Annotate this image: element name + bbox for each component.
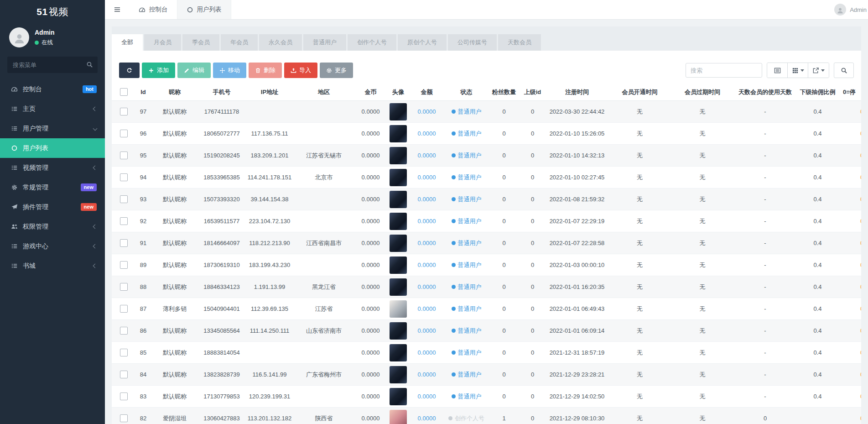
select-all-checkbox[interactable]: [120, 88, 128, 96]
filter-tab-原创个人号[interactable]: 原创个人号: [398, 34, 447, 51]
sidebar-item-插件管理[interactable]: 插件管理new: [0, 197, 105, 217]
cell-avatar: [388, 276, 409, 298]
filter-tab-公司传媒号[interactable]: 公司传媒号: [448, 34, 497, 51]
move-button-label: 移动: [228, 66, 240, 74]
cell-enabled: 0: [839, 320, 861, 342]
sidebar-item-视频管理[interactable]: 视频管理: [0, 158, 105, 178]
import-button[interactable]: 导入: [284, 63, 317, 78]
amount-link[interactable]: 0.0000: [418, 349, 436, 356]
cell-enabled: 0: [839, 254, 861, 276]
filter-tab-月会员[interactable]: 月会员: [144, 34, 181, 51]
columns-view-button[interactable]: [788, 63, 808, 78]
sidebar-item-书城[interactable]: 书城: [0, 256, 105, 276]
sidebar-item-控制台[interactable]: 控制台hot: [0, 79, 105, 99]
status-dot-icon: [452, 307, 456, 311]
cell-phone: 18065072777: [198, 123, 245, 145]
sidebar-item-常规管理[interactable]: 常规管理new: [0, 178, 105, 197]
sidebar-item-用户列表[interactable]: 用户列表: [0, 138, 105, 158]
user-avatar-image: [390, 344, 407, 361]
sidebar-item-主页[interactable]: 主页: [0, 99, 105, 119]
amount-link[interactable]: 0.0000: [418, 174, 436, 181]
amount-link[interactable]: 0.0000: [418, 327, 436, 334]
cell-vip-start: 无: [609, 123, 670, 145]
sidebar-item-权限管理[interactable]: 权限管理: [0, 217, 105, 236]
cell-phone: 18730619310: [198, 254, 245, 276]
filter-tab-年会员[interactable]: 年会员: [221, 34, 258, 51]
row-checkbox[interactable]: [120, 239, 128, 247]
cell-vip-end: 无: [670, 364, 734, 386]
row-checkbox[interactable]: [120, 108, 128, 115]
row-checkbox[interactable]: [120, 195, 128, 203]
amount-link[interactable]: 0.0000: [418, 108, 436, 115]
amount-link[interactable]: 0.0000: [418, 130, 436, 137]
plane-icon: [11, 204, 18, 210]
amount-link[interactable]: 0.0000: [418, 262, 436, 268]
edit-button[interactable]: 编辑: [177, 63, 211, 78]
cell-select: [112, 167, 135, 188]
amount-link[interactable]: 0.0000: [418, 218, 436, 225]
move-button[interactable]: 移动: [213, 63, 246, 78]
topbar-tab-用户列表[interactable]: 用户列表: [177, 0, 231, 19]
cell-fans: 0: [488, 298, 520, 320]
cell-vip-end: 无: [670, 145, 734, 167]
row-checkbox[interactable]: [120, 152, 128, 159]
row-checkbox[interactable]: [120, 349, 128, 356]
add-button[interactable]: 添加: [142, 63, 175, 78]
cell-phone: 18883814054: [198, 342, 245, 364]
amount-link[interactable]: 0.0000: [418, 415, 436, 422]
topbar-user[interactable]: Admin: [834, 0, 868, 19]
row-checkbox[interactable]: [120, 261, 128, 269]
row-checkbox[interactable]: [120, 217, 128, 225]
filter-tab-普通用户[interactable]: 普通用户: [303, 34, 346, 51]
hamburger-menu-button[interactable]: [105, 0, 130, 19]
topbar-tab-控制台[interactable]: 控制台: [130, 0, 177, 19]
amount-link[interactable]: 0.0000: [418, 371, 436, 378]
cell-vip-start: 无: [609, 276, 670, 298]
row-checkbox[interactable]: [120, 305, 128, 313]
cell-nickname: 默认昵称: [151, 232, 198, 254]
amount-link[interactable]: 0.0000: [418, 152, 436, 159]
row-checkbox[interactable]: [120, 371, 128, 378]
filter-tab-全部[interactable]: 全部: [112, 34, 143, 51]
cell-select: [112, 254, 135, 276]
amount-link[interactable]: 0.0000: [418, 196, 436, 203]
column-header-avatar: 头像: [388, 84, 409, 101]
cell-commission: 0.4: [796, 232, 839, 254]
column-header-regtime: 注册时间: [545, 84, 609, 101]
cell-avatar: [388, 210, 409, 232]
export-button[interactable]: [808, 63, 829, 78]
filter-tab-创作个人号[interactable]: 创作个人号: [348, 34, 396, 51]
delete-button[interactable]: 删除: [249, 63, 282, 78]
amount-link[interactable]: 0.0000: [418, 240, 436, 246]
detail-view-button[interactable]: [767, 63, 788, 78]
refresh-button[interactable]: [119, 63, 140, 78]
status-badge: 普通用户: [452, 305, 482, 313]
more-button[interactable]: 更多: [320, 63, 353, 78]
row-checkbox[interactable]: [120, 283, 128, 291]
row-checkbox[interactable]: [120, 173, 128, 181]
filter-tab-季会员[interactable]: 季会员: [182, 34, 219, 51]
row-checkbox[interactable]: [120, 414, 128, 422]
filter-tab-永久会员[interactable]: 永久会员: [259, 34, 302, 51]
row-checkbox[interactable]: [120, 327, 128, 335]
table-body: 97默认昵称176741111780.00000.0000普通用户002022-…: [112, 101, 861, 424]
amount-link[interactable]: 0.0000: [418, 393, 436, 400]
table-search-input[interactable]: [686, 63, 762, 78]
sidebar-item-用户管理[interactable]: 用户管理: [0, 119, 105, 138]
chevron-left-icon: [93, 264, 98, 268]
filter-tab-天数会员[interactable]: 天数会员: [498, 34, 541, 51]
cell-enabled: 0: [839, 232, 861, 254]
sidebar-item-游戏中心[interactable]: 游戏中心: [0, 236, 105, 256]
status-badge: 创作个人号: [448, 414, 484, 423]
sidebar-search-input[interactable]: [7, 57, 98, 73]
row-checkbox[interactable]: [120, 130, 128, 137]
cell-coins: 0.0000: [353, 101, 388, 123]
cell-select: [112, 320, 135, 342]
search-button[interactable]: [834, 63, 854, 78]
cell-parent-id: 0: [520, 254, 545, 276]
amount-link[interactable]: 0.0000: [418, 283, 436, 290]
cell-id: 87: [135, 298, 151, 320]
cell-vip-start: 无: [609, 188, 670, 210]
row-checkbox[interactable]: [120, 393, 128, 400]
amount-link[interactable]: 0.0000: [418, 305, 436, 312]
